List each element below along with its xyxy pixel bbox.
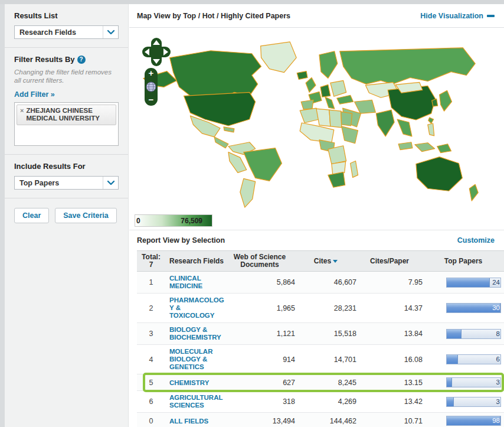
table-row: 1 CLINICAL MEDICINE 5,864 46,607 7.95 24: [137, 272, 504, 294]
research-field-link[interactable]: CHEMISTRY: [169, 379, 209, 387]
cites-sort-header[interactable]: Cites: [295, 257, 356, 265]
top-papers-header: Top Papers: [423, 257, 504, 265]
zoom-out-button[interactable]: −: [149, 96, 154, 104]
page-left-border: [0, 4, 5, 427]
sort-descending-icon: [333, 260, 338, 263]
cites-value: 8,245: [295, 379, 356, 387]
research-field-link[interactable]: CLINICAL MEDICINE: [169, 275, 224, 290]
filter-results-section: Filter Results By? Changing the filter f…: [5, 48, 128, 155]
cites-header-label: Cites: [314, 257, 331, 265]
research-field-link[interactable]: BIOLOGY & BIOCHEMISTRY: [169, 326, 224, 341]
save-criteria-button[interactable]: Save Criteria: [55, 208, 116, 223]
remove-filter-icon[interactable]: ×: [20, 107, 24, 122]
page-top-border: [0, 0, 504, 4]
top-papers-bar: 8: [446, 329, 501, 339]
wos-documents-value: 1,121: [224, 330, 295, 338]
row-rank: 5: [137, 379, 165, 387]
map-view-title: Map View by Top / Hot / Highly Cited Pap…: [137, 12, 290, 20]
map-legend-gradient: 0 76,509: [135, 214, 212, 227]
legend-max-value: 76,509: [181, 217, 202, 225]
top-papers-bar-fill: [447, 278, 490, 287]
filter-results-heading: Filter Results By?: [14, 55, 119, 64]
top-papers-value: 24: [492, 279, 500, 286]
zoom-in-button[interactable]: +: [149, 69, 154, 77]
active-filters-box: × ZHEJIANG CHINESE MEDICAL UNIVERSITY: [14, 102, 119, 146]
report-table-body: 1 CLINICAL MEDICINE 5,864 46,607 7.95 24…: [137, 272, 504, 427]
row-rank: 0: [137, 417, 165, 425]
table-row: 6 AGRICULTURAL SCIENCES 318 4,269 13.42 …: [137, 391, 504, 413]
total-value: 7: [137, 261, 165, 269]
cites-value: 4,269: [295, 397, 356, 406]
table-row: 5 CHEMISTRY 627 8,245 13.15 3: [137, 374, 504, 391]
cites-per-paper-value: 10.71: [356, 417, 423, 425]
top-papers-bar: 98: [446, 416, 501, 426]
help-icon[interactable]: ?: [77, 56, 86, 64]
include-results-selected-value: Top Papers: [15, 179, 103, 187]
report-view-title: Report View by Selection: [137, 236, 225, 245]
hide-visualization-label: Hide Visualization: [420, 12, 483, 20]
cites-value: 15,518: [295, 330, 356, 338]
filter-chip-institution[interactable]: × ZHEJIANG CHINESE MEDICAL UNIVERSITY: [17, 105, 116, 125]
map-zoom-control: + −: [145, 68, 158, 106]
filter-chip-label: ZHEJIANG CHINESE MEDICAL UNIVERSITY: [26, 107, 113, 122]
clear-button[interactable]: Clear: [14, 208, 49, 223]
cites-per-paper-value: 13.42: [356, 397, 423, 406]
cites-value: 46,607: [295, 278, 356, 286]
include-results-dropdown[interactable]: Top Papers: [14, 176, 119, 190]
cites-per-paper-value: 13.15: [356, 379, 423, 387]
research-field-link[interactable]: ALL FIELDS: [169, 418, 208, 425]
top-papers-bar: 6: [446, 354, 501, 364]
row-rank: 1: [137, 278, 165, 286]
collapse-minus-icon: [487, 15, 495, 17]
world-map-choropleth[interactable]: [134, 31, 499, 212]
report-table: Total: 7 Research Fields Web of Science …: [137, 250, 504, 427]
sidebar-actions: Clear Save Criteria: [5, 198, 128, 233]
top-papers-bar: 3: [446, 377, 501, 387]
top-papers-bar: 30: [446, 303, 501, 313]
map-view-header: Map View by Top / Hot / Highly Cited Pap…: [129, 4, 504, 28]
wos-documents-value: 318: [224, 397, 295, 406]
research-field-link[interactable]: AGRICULTURAL SCIENCES: [169, 394, 224, 409]
map-countries[interactable]: [143, 42, 478, 207]
cites-value: 14,701: [295, 356, 356, 364]
report-view-header: Report View by Selection Customize: [129, 230, 504, 250]
row-rank: 4: [137, 356, 165, 364]
research-fields-header: Research Fields: [165, 257, 224, 265]
total-count-header: Total: 7: [137, 253, 165, 269]
chevron-down-icon: [103, 177, 118, 189]
top-papers-bar-fill: [447, 330, 462, 338]
research-field-link[interactable]: PHARMACOLOGY & TOXICOLOGY: [169, 296, 224, 320]
map-pan-control[interactable]: [141, 37, 172, 67]
row-rank: 6: [137, 397, 165, 406]
results-list-selected-value: Research Fields: [15, 28, 103, 37]
report-table-header: Total: 7 Research Fields Web of Science …: [137, 250, 504, 272]
customize-link[interactable]: Customize: [457, 236, 495, 245]
results-list-dropdown[interactable]: Research Fields: [14, 25, 119, 39]
include-results-heading: Include Results For: [14, 162, 119, 171]
research-field-link[interactable]: MOLECULAR BIOLOGY & GENETICS: [169, 348, 224, 371]
cites-per-paper-value: 7.95: [356, 278, 423, 286]
legend-min-value: 0: [136, 217, 140, 225]
wos-documents-value: 914: [224, 356, 295, 364]
wos-documents-value: 13,494: [224, 417, 295, 425]
row-rank: 3: [137, 330, 165, 338]
chevron-down-icon: [103, 26, 118, 38]
top-papers-bar: 24: [446, 278, 501, 288]
wos-documents-header: Web of Science Documents: [224, 253, 295, 269]
wos-documents-value: 627: [224, 379, 295, 387]
top-papers-value: 3: [496, 398, 500, 405]
top-papers-value: 6: [496, 356, 500, 363]
top-papers-value: 8: [496, 330, 500, 337]
results-list-heading: Results List: [14, 11, 119, 20]
cites-per-paper-value: 16.08: [356, 356, 423, 364]
hide-visualization-link[interactable]: Hide Visualization: [420, 12, 495, 20]
filters-sidebar: Results List Research Fields Filter Resu…: [5, 4, 129, 427]
table-row: 4 MOLECULAR BIOLOGY & GENETICS 914 14,70…: [137, 345, 504, 374]
add-filter-link[interactable]: Add Filter »: [14, 90, 55, 99]
filter-results-heading-text: Filter Results By: [14, 55, 75, 64]
top-papers-value: 30: [492, 304, 500, 311]
wos-documents-value: 5,864: [224, 278, 295, 286]
globe-icon[interactable]: [146, 82, 156, 92]
top-papers-bar-fill: [447, 378, 452, 387]
row-rank: 2: [137, 304, 165, 312]
